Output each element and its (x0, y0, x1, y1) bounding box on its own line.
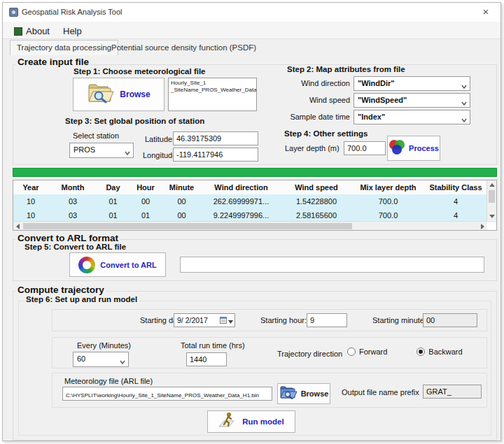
step1-caption: Step 1: Choose meteorological file (71, 67, 208, 76)
col-header[interactable]: Mix layer depth (351, 183, 425, 192)
step4-caption: Step 4: Other settings (282, 129, 370, 138)
title-bar: Geospatial Risk Analysis Tool × (3, 3, 500, 22)
process-progress-bar (13, 168, 497, 177)
chevron-down-icon (120, 357, 125, 361)
convert-to-arl-button[interactable]: Convert to ARL (69, 252, 166, 277)
longitude-field[interactable]: -119.4117946 (173, 148, 258, 162)
browse-arl-file-button[interactable]: Browse (277, 383, 330, 404)
cell: 00 (162, 211, 201, 220)
wind-speed-select[interactable]: "WindSpeed" (354, 93, 470, 108)
step5-caption: Step 5: Convert to ARL file (22, 243, 128, 251)
cell: 700.0 (351, 197, 425, 206)
cell: 700.0 (351, 211, 425, 220)
folder-search-icon (87, 83, 115, 106)
cell: 2.58165600 (281, 211, 351, 220)
vertical-scroll-thumb[interactable] (489, 190, 495, 203)
starting-minute-field[interactable]: 00 (423, 313, 477, 327)
wind-speed-label: Wind speed (295, 96, 350, 104)
table-row[interactable]: 10 03 01 01 00 9.2249997996... 2.5816560… (13, 208, 496, 222)
chevron-down-icon (125, 148, 130, 152)
compute-trajectory-caption: Compute trajectory (15, 285, 106, 295)
cell: 4 (425, 197, 486, 206)
col-header[interactable]: Wind direction (201, 183, 281, 192)
longitude-label: Longitude (143, 151, 176, 159)
total-run-time-label: Total run time (hrs) (181, 341, 245, 350)
trajectory-direction-radios: Forward Backward (347, 348, 463, 356)
convert-to-arl-label: Convert to ARL (100, 261, 156, 269)
scroll-up-icon[interactable] (489, 183, 495, 187)
scroll-right-icon[interactable] (481, 224, 484, 229)
table-header-row: Year Month Day Hour Minute Wind directio… (13, 180, 496, 194)
scroll-left-icon[interactable] (16, 224, 20, 229)
browse-met-file-label: Browse (120, 89, 150, 99)
step3-caption: Step 3: Set global position of station (63, 117, 206, 125)
cell: 00 (129, 197, 162, 206)
rainbow-ring-icon (78, 257, 95, 273)
menu-bar: About Help (3, 22, 500, 39)
arl-progress-bar (180, 257, 484, 273)
chevron-down-icon[interactable] (228, 317, 233, 325)
layer-depth-field[interactable]: 700.0 (344, 141, 386, 155)
sample-date-time-label: Sample date time (287, 113, 350, 121)
cell: 03 (48, 197, 97, 206)
step6-caption: Step 6: Set up and run model (24, 295, 139, 303)
station-select[interactable]: PROS (69, 143, 134, 158)
output-prefix-field[interactable]: GRAT_ (423, 385, 482, 399)
col-header[interactable]: Hour (129, 183, 162, 192)
cell: 01 (129, 211, 162, 220)
sample-date-time-select[interactable]: "Index" (354, 110, 470, 124)
browse-met-file-button[interactable]: Browse (73, 78, 164, 111)
col-header[interactable]: Stability Class (425, 183, 486, 192)
tab-strip: Trajectory data processing Potential sou… (3, 39, 500, 55)
cell: 01 (97, 211, 129, 220)
chevron-down-icon (461, 99, 467, 103)
met-arl-file-field[interactable]: C:\HYSPLIT\working\Hourly_Site_1_SiteNam… (62, 387, 272, 401)
menu-about[interactable]: About (10, 24, 54, 38)
col-header[interactable]: Year (13, 183, 48, 192)
convert-arl-caption: Convert to ARL format (15, 233, 120, 243)
met-file-line2: _SiteName_PROS_Weather_Data.csv (171, 87, 254, 94)
close-icon[interactable]: × (478, 5, 493, 19)
run-model-button[interactable]: Run model (207, 410, 295, 433)
wind-direction-select[interactable]: "WindDir" (354, 76, 470, 91)
radio-icon (347, 348, 356, 356)
radio-backward[interactable]: Backward (416, 348, 462, 356)
table-row[interactable]: 10 03 01 00 00 262.69999971... 1.5422880… (13, 194, 496, 208)
run-model-label: Run model (242, 417, 284, 426)
cell: 00 (162, 197, 201, 206)
layer-depth-label: Layer depth (m) (285, 144, 340, 152)
radio-forward[interactable]: Forward (347, 348, 387, 356)
col-header[interactable]: Month (48, 183, 97, 192)
starting-hour-label: Starting hour: (260, 316, 307, 324)
every-minutes-select[interactable]: 60 (73, 352, 129, 367)
browse-arl-label: Browse (301, 389, 329, 398)
latitude-field[interactable]: 46.39175309 (173, 131, 258, 145)
cell: 10 (13, 211, 48, 220)
cell: 262.69999971... (201, 197, 281, 206)
col-header[interactable]: Minute (162, 183, 201, 192)
cell: 1.54228800 (281, 197, 351, 206)
process-button[interactable]: Process (387, 136, 440, 161)
horizontal-scroll-thumb[interactable] (23, 223, 352, 229)
horizontal-scrollbar[interactable] (13, 221, 487, 230)
step2-caption: Step 2: Map attributes from file (285, 65, 407, 73)
col-header[interactable]: Day (97, 183, 129, 192)
create-input-file-caption: Create input file (15, 57, 91, 67)
tab-trajectory-data-processing[interactable]: Trajectory data processing (10, 40, 118, 55)
radio-icon (416, 348, 425, 356)
trajectory-direction-label: Trajectory direction (277, 350, 342, 358)
vertical-scrollbar[interactable] (486, 180, 496, 221)
cell: 4 (425, 211, 486, 220)
starting-minute-label: Starting minute: (372, 316, 426, 324)
met-file-line1: Hourly_Site_1 (171, 80, 254, 87)
tab-psdf[interactable]: Potential source density function (PSDF) (105, 41, 262, 55)
starting-hour-field[interactable]: 9 (307, 313, 347, 327)
starting-date-picker[interactable]: 9/ 2/2017 (174, 313, 235, 327)
about-icon (14, 27, 22, 36)
app-icon (9, 8, 18, 17)
menu-help[interactable]: Help (59, 24, 86, 38)
col-header[interactable]: Wind speed (281, 183, 351, 192)
scroll-down-icon[interactable] (489, 215, 495, 218)
total-run-time-field[interactable]: 1440 (186, 352, 227, 366)
met-file-display: Hourly_Site_1 _SiteName_PROS_Weather_Dat… (168, 78, 257, 111)
